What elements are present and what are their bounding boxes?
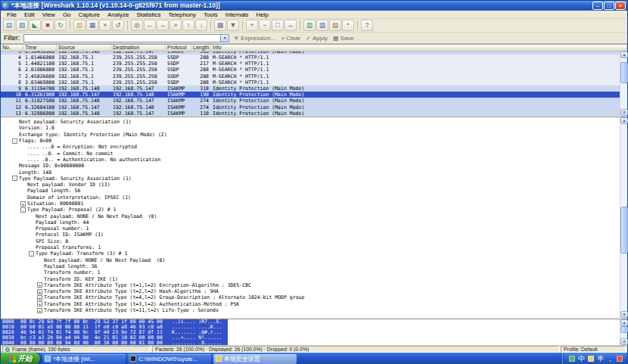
column-header-destination[interactable]: Destination [111,45,166,51]
status-profile[interactable]: Profile: Default [561,346,626,353]
expert-info-icon[interactable] [5,347,10,352]
reload-button[interactable]: ↺ [112,20,124,31]
capture-filters-button[interactable]: ▥ [303,20,316,31]
filter-save-button[interactable]: ▦Save [333,35,354,42]
packet-row-6[interactable]: 62.01806800192.168.75.1239.255.255.250SS… [1,67,620,73]
detail-line[interactable]: Proposal transforms: 1 [1,244,620,250]
detail-line[interactable]: Protocol ID: ISAKMP (1) [1,232,620,238]
detail-line[interactable]: Next payload: Security Association (1) [1,119,620,125]
menu-item-edit[interactable]: Edit [20,11,39,18]
detail-line[interactable]: +Transform IKE Attribute Type (t=11,l=2)… [1,307,620,313]
expand-icon[interactable]: + [37,308,42,313]
column-header-protocol[interactable]: Protocol [166,45,191,51]
scroll-thumb[interactable] [620,207,628,254]
scroll-down-icon[interactable]: ▼ [620,311,628,318]
colorize-button[interactable]: ▩ [214,20,226,31]
detail-line[interactable]: Proposal number: 1 [1,226,620,232]
ime-punctuation-indicator[interactable]: ， [607,353,614,364]
scroll-up-icon[interactable]: ▲ [620,117,628,124]
open-file-button[interactable]: ▥ [73,20,85,31]
packet-row-4[interactable]: 41.01466800192.168.75.1239.255.255.250SS… [1,54,620,61]
packet-row-7[interactable]: 72.45026600192.168.75.1239.255.255.250SS… [1,73,620,79]
menu-item-internals[interactable]: Internals [222,11,253,18]
column-header-no[interactable]: No. [1,45,23,51]
column-header-source[interactable]: Source [57,45,111,51]
scroll-down-icon[interactable]: ▼ [620,338,628,345]
detail-line[interactable]: +Transform IKE Attribute Type (t=2,l=2) … [1,288,620,294]
packet-row-8[interactable]: 83.03469800192.168.75.1239.255.255.250SS… [1,79,620,86]
detail-line[interactable]: Next payload: NONE / No Next Payload (0) [1,257,620,263]
zoom-out-button[interactable]: − [259,20,271,31]
menu-item-telephony[interactable]: Telephony [165,11,200,18]
packet-row-11[interactable]: 116.31827500192.168.75.148192.168.75.147… [1,98,620,104]
detail-line[interactable]: -Flags: 0x00 [1,138,620,144]
detail-line[interactable]: Message ID: 0x00000000 [1,163,620,169]
ime-chinese-indicator[interactable]: 中 [578,353,585,364]
detail-line[interactable]: Payload length: 56 [1,188,620,194]
help-button[interactable]: ? [361,20,373,31]
detail-line[interactable]: .... .0.. = Authentication: No authentic… [1,157,620,163]
collapse-icon[interactable]: - [12,138,17,144]
menu-item-tools[interactable]: Tools [200,11,222,18]
packet-row-13[interactable]: 136.32886800192.168.75.148192.168.75.147… [1,110,620,116]
detail-line[interactable]: Transform number: 1 [1,269,620,275]
detail-line[interactable]: +Transform IKE Attribute Type (t=1,l=2) … [1,282,620,288]
preferences-button[interactable]: * [342,20,354,31]
column-header-time[interactable]: Time [23,45,57,51]
title-bar[interactable]: *本地连接 [Wireshark 1.10.14 (v1.10.14-0-g82… [1,1,627,11]
packet-list-scrollbar[interactable]: ▲▼ [620,51,627,116]
detail-line[interactable]: Transform ID: KEY_IKE (1) [1,275,620,282]
scroll-up-icon[interactable]: ▲ [620,319,628,326]
taskbar-button-cmd[interactable]: C:\WINDOWS\syste... [128,354,211,364]
list-interfaces-button[interactable]: ▤ [3,20,15,31]
restart-capture-button[interactable]: ↻ [54,20,67,31]
detail-line[interactable]: -Type Payload: Security Association (1) [1,176,620,182]
ime-keyboard-icon[interactable] [588,356,594,362]
display-filters-button[interactable]: ▥ [316,20,328,31]
menu-item-statistics[interactable]: Statistics [133,11,165,18]
close-button[interactable]: × [615,2,626,10]
taskbar-button-secpol[interactable]: 本地安全设置 [213,354,297,364]
stop-capture-button[interactable]: ■ [42,20,54,31]
filter-clear-button[interactable]: ×Clear [281,35,300,42]
save-file-button[interactable]: ▦ [86,20,98,31]
close-file-button[interactable]: × [99,20,111,31]
go-forward-button[interactable]: → [157,20,169,31]
detail-line[interactable]: Next payload: NONE / No Next Payload (0) [1,213,620,219]
column-header-info[interactable]: Info [211,45,627,51]
menu-item-capture[interactable]: Capture [75,11,104,18]
coloring-rules-button[interactable]: ▨ [329,20,341,31]
start-capture-button[interactable]: ◣ [29,20,41,31]
zoom-in-button[interactable]: + [246,20,258,31]
filter-input[interactable]: ▼ [23,34,229,42]
filter-dropdown-icon[interactable]: ▼ [220,35,229,42]
menu-item-help[interactable]: Help [252,11,272,18]
packet-row-10[interactable]: 106.31261900192.168.75.147192.168.75.148… [1,92,620,98]
start-button[interactable]: 开始 [1,353,40,364]
scroll-up-icon[interactable]: ▲ [620,51,628,58]
detail-line[interactable]: .... ...0 = Encryption: Not encrypted [1,144,620,150]
collapse-icon[interactable]: - [20,207,26,213]
collapse-icon[interactable]: - [29,251,34,257]
detail-line[interactable]: Domain of interpretation: IPSEC (1) [1,194,620,201]
menu-item-file[interactable]: File [3,11,20,18]
goto-bottom-button[interactable]: ↓ [195,20,207,31]
expand-icon[interactable]: + [37,301,42,306]
detail-line[interactable]: +Transform IKE Attribute Type (t=4,l=2) … [1,294,620,300]
zoom-100-button[interactable]: □ [272,20,284,31]
detail-line[interactable]: +Situation: 00000001 [1,201,620,207]
resize-columns-button[interactable]: ↔ [284,20,297,31]
detail-line[interactable]: Next payload: Vendor ID (13) [1,182,620,188]
detail-line[interactable]: Length: 148 [1,169,620,175]
detail-line[interactable]: Exchange type: Identity Protection (Main… [1,132,620,138]
scroll-down-icon[interactable]: ▼ [620,109,628,116]
autoscroll-button[interactable]: ▼ [227,20,239,31]
collapse-icon[interactable]: - [12,176,17,181]
tray-alert-icon[interactable] [617,356,623,362]
detail-line[interactable]: SPI Size: 0 [1,238,620,244]
goto-top-button[interactable]: ↑ [182,20,194,31]
detail-line[interactable]: Payload length: 44 [1,219,620,226]
scroll-thumb[interactable] [620,326,628,333]
find-packet-button[interactable]: ◎ [131,20,143,31]
maximize-button[interactable]: □ [604,2,614,10]
